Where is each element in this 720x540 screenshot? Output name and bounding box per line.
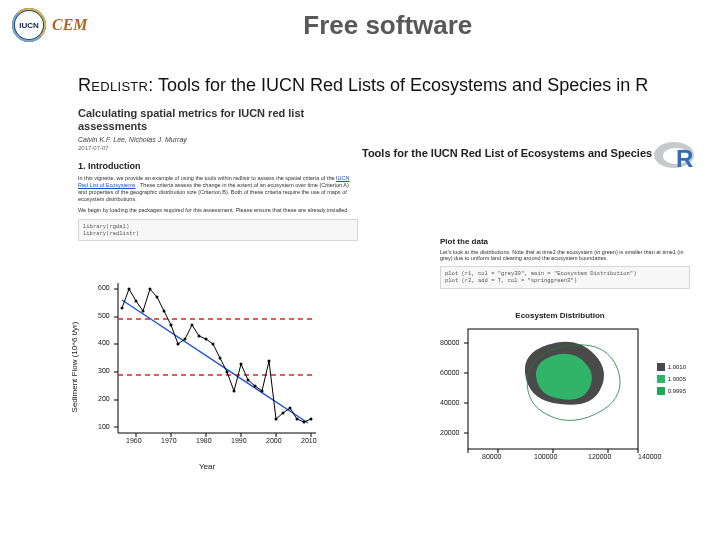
legend-label: 0.9995 bbox=[668, 388, 686, 394]
svg-point-18 bbox=[184, 337, 187, 340]
svg-point-14 bbox=[156, 295, 159, 298]
xtick: 1990 bbox=[231, 437, 247, 444]
intro-body: In this vignette, we provide an example … bbox=[78, 175, 358, 204]
ytick-r: 40000 bbox=[440, 399, 459, 406]
svg-point-16 bbox=[170, 323, 173, 326]
ytick: 100 bbox=[98, 423, 110, 430]
ytick: 500 bbox=[98, 312, 110, 319]
intro-body-3: We begin by loading the packages require… bbox=[78, 207, 358, 214]
code-1-text: library(rgdal) library(redlistr) bbox=[83, 223, 139, 237]
code-2-text: plot (r1, col = "grey30", main = "Ecosys… bbox=[445, 270, 636, 284]
package-name: Redlistr bbox=[78, 75, 148, 95]
legend-swatch-icon bbox=[657, 387, 665, 395]
xtick: 1960 bbox=[126, 437, 142, 444]
svg-point-24 bbox=[226, 370, 229, 373]
legend-row: 1.0010 bbox=[657, 363, 686, 371]
legend-label: 1.0005 bbox=[668, 376, 686, 382]
code-block-2: plot (r1, col = "grey30", main = "Ecosys… bbox=[440, 266, 690, 288]
ytick: 200 bbox=[98, 395, 110, 402]
svg-point-13 bbox=[149, 287, 152, 290]
vignette-title: Calculating spatial metrics for IUCN red… bbox=[78, 107, 358, 133]
ytick: 400 bbox=[98, 339, 110, 346]
legend-row: 1.0005 bbox=[657, 375, 686, 383]
vignette-authors: Calvin K.F. Lee, Nicholas J. Murray bbox=[78, 136, 358, 143]
svg-point-34 bbox=[296, 417, 299, 420]
iucn-logo-icon: IUCN bbox=[12, 8, 46, 42]
svg-point-28 bbox=[254, 384, 257, 387]
plot-heading: Plot the data bbox=[440, 237, 690, 246]
ecosystem-svg bbox=[438, 313, 682, 473]
svg-point-27 bbox=[247, 378, 250, 381]
ytick-r: 20000 bbox=[440, 429, 459, 436]
svg-point-25 bbox=[233, 389, 236, 392]
subtitle-rest: : Tools for the IUCN Red Lists of Ecosys… bbox=[148, 75, 648, 95]
r-logo-icon: R bbox=[652, 135, 700, 173]
legend-swatch-icon bbox=[657, 375, 665, 383]
svg-point-21 bbox=[205, 337, 208, 340]
xtick-r: 100000 bbox=[534, 453, 557, 460]
subtitle: Redlistr: Tools for the IUCN Red Lists o… bbox=[78, 74, 660, 97]
xtick: 1970 bbox=[161, 437, 177, 444]
svg-point-19 bbox=[191, 323, 194, 326]
svg-point-31 bbox=[275, 417, 278, 420]
sediment-flow-svg bbox=[92, 277, 322, 457]
svg-point-35 bbox=[303, 420, 306, 423]
sediment-flow-chart: Sediment Flow (10^6 t/yr) Year 100 200 3… bbox=[92, 277, 322, 457]
legend-row: 0.9995 bbox=[657, 387, 686, 395]
intro-text-1: In this vignette, we provide an example … bbox=[78, 175, 336, 181]
xtick: 2000 bbox=[266, 437, 282, 444]
legend-label: 1.0010 bbox=[668, 364, 686, 370]
xtick-r: 80000 bbox=[482, 453, 501, 460]
legend-swatch-icon bbox=[657, 363, 665, 371]
svg-point-30 bbox=[268, 359, 271, 362]
svg-point-22 bbox=[212, 342, 215, 345]
svg-point-32 bbox=[282, 411, 285, 414]
tools-heading: Tools for the IUCN Red List of Ecosystem… bbox=[362, 147, 652, 159]
svg-point-15 bbox=[163, 309, 166, 312]
ytick-r: 60000 bbox=[440, 369, 459, 376]
svg-point-17 bbox=[177, 342, 180, 345]
svg-point-26 bbox=[240, 362, 243, 365]
x-axis-label-left: Year bbox=[199, 462, 215, 471]
svg-point-10 bbox=[128, 287, 131, 290]
slide-header: IUCN CEM Free software bbox=[0, 0, 720, 46]
svg-point-20 bbox=[198, 334, 201, 337]
svg-point-11 bbox=[135, 299, 138, 302]
legend: 1.0010 1.0005 0.9995 bbox=[657, 363, 686, 399]
logo-group: IUCN CEM bbox=[12, 8, 88, 42]
plot-data-section: Plot the data Let's look at the distribu… bbox=[440, 237, 690, 289]
cem-logo-icon: CEM bbox=[52, 16, 88, 34]
iucn-logo-label: IUCN bbox=[19, 21, 39, 30]
xtick-r: 140000 bbox=[638, 453, 661, 460]
svg-text:R: R bbox=[676, 145, 693, 172]
svg-point-33 bbox=[289, 406, 292, 409]
svg-point-23 bbox=[219, 356, 222, 359]
ytick: 300 bbox=[98, 367, 110, 374]
xtick-r: 120000 bbox=[588, 453, 611, 460]
ytick: 600 bbox=[98, 284, 110, 291]
cem-logo-label: CEM bbox=[52, 16, 88, 33]
xtick: 2010 bbox=[301, 437, 317, 444]
plot-desc: Let's look at the distributions. Note th… bbox=[440, 249, 690, 263]
ecosystem-distribution-chart: Ecosystem Distribution 20000 40000 60000… bbox=[438, 313, 682, 473]
ytick-r: 80000 bbox=[440, 339, 459, 346]
svg-point-36 bbox=[310, 417, 313, 420]
svg-point-9 bbox=[121, 306, 124, 309]
vignette-date: 2017-07-07 bbox=[78, 145, 358, 151]
vignette-panel: Calculating spatial metrics for IUCN red… bbox=[78, 107, 358, 241]
svg-point-12 bbox=[142, 309, 145, 312]
code-block-1: library(rgdal) library(redlistr) bbox=[78, 219, 358, 241]
intro-heading: 1. Introduction bbox=[78, 161, 358, 171]
xtick: 1980 bbox=[196, 437, 212, 444]
content-area: Calculating spatial metrics for IUCN red… bbox=[0, 107, 720, 497]
y-axis-label-left: Sediment Flow (10^6 t/yr) bbox=[70, 321, 79, 412]
chart-right-title: Ecosystem Distribution bbox=[515, 311, 604, 320]
svg-point-29 bbox=[261, 389, 264, 392]
page-title: Free software bbox=[128, 10, 648, 41]
